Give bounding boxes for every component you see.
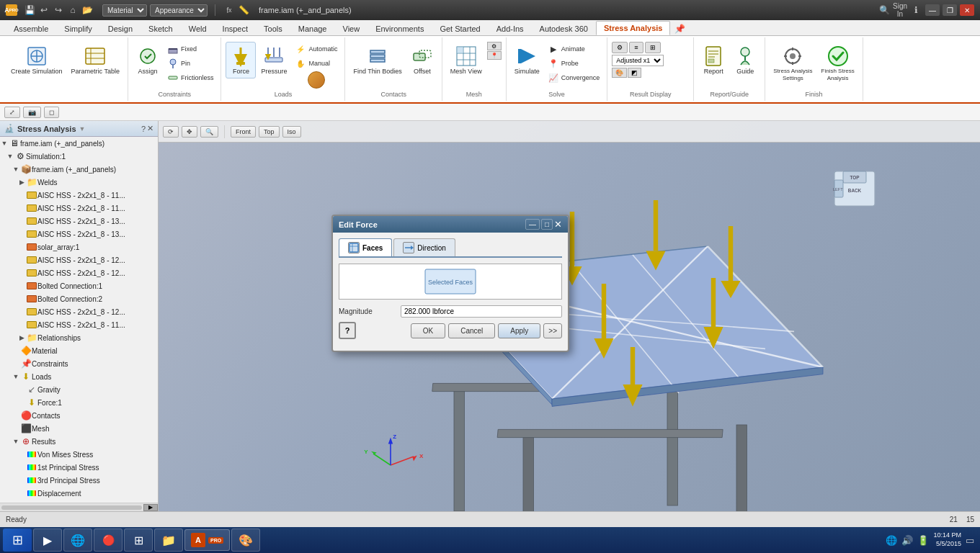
tab-get-started[interactable]: Get Started — [432, 22, 488, 35]
open-quick-btn[interactable]: 📂 — [81, 4, 94, 17]
tree-item-gravity[interactable]: ↙ Gravity — [0, 383, 158, 396]
tree-item-root[interactable]: ▼ 🖥 frame.iam (+_and_panels) — [0, 137, 158, 150]
network-icon[interactable]: 🌐 — [886, 535, 897, 546]
view-front-btn[interactable]: Front — [231, 126, 256, 138]
apply-button[interactable]: Apply — [498, 323, 540, 338]
find-thin-bodies-btn[interactable]: Find Thin Bodies — [349, 42, 405, 78]
tree-item-relationships[interactable]: ▶ 📁 Relationships — [0, 331, 158, 344]
taskbar-inventor-app[interactable]: A PRO — [184, 529, 230, 551]
dialog-minimize-btn[interactable]: — — [525, 219, 540, 230]
tab-inspect[interactable]: Inspect — [215, 22, 256, 35]
tree-item-welds[interactable]: ▶ 📁 Welds — [0, 176, 158, 189]
tree-item-principal1[interactable]: 1st Principal Stress — [0, 461, 158, 474]
dialog-close-btn[interactable]: ✕ — [554, 219, 562, 230]
mesh-view-btn[interactable]: Mesh View — [447, 42, 486, 78]
guide-btn[interactable]: Guide — [730, 42, 760, 78]
fixed-btn[interactable]: Fixed — [164, 42, 217, 56]
dialog-maximize-btn[interactable]: □ — [541, 219, 553, 230]
tree-item-frame-top[interactable]: ▼ 📦 frame.iam (+_and_panels) — [0, 163, 158, 176]
tab-weld[interactable]: Weld — [181, 22, 215, 35]
tree-item-force1[interactable]: ⬇ Force:1 — [0, 396, 158, 409]
finish-stress-btn[interactable]: Finish Stress Analysis — [818, 42, 858, 84]
sidebar-help-btn[interactable]: ? — [141, 124, 146, 133]
manual-btn[interactable]: ✋ Manual — [292, 56, 340, 71]
battery-icon[interactable]: 🔋 — [917, 535, 929, 546]
tree-item-hss6[interactable]: AISC HSS - 2x2x1_8 - 12... — [0, 266, 158, 279]
tree-item-hss5[interactable]: AISC HSS - 2x2x1_8 - 12... — [0, 253, 158, 266]
dialog-tab-faces[interactable]: Faces — [339, 238, 392, 256]
display-grid-btn[interactable]: ⊞ — [645, 42, 661, 53]
tree-item-hss1[interactable]: AISC HSS - 2x2x1_8 - 11... — [0, 189, 158, 202]
dialog-tab-direction[interactable]: Direction — [393, 238, 455, 256]
close-btn[interactable]: ✕ — [960, 4, 974, 16]
pressure-btn[interactable]: Pressure — [257, 42, 290, 78]
appearance-dropdown[interactable]: Appearance — [150, 4, 208, 17]
zoom-all-btn[interactable]: ⤢ — [4, 107, 20, 118]
dialog-help-btn[interactable]: ? — [339, 322, 356, 339]
tree-item-solar[interactable]: solar_array:1 — [0, 240, 158, 253]
sidebar-close-btn[interactable]: ✕ — [147, 124, 153, 133]
tab-assemble[interactable]: Assemble — [6, 22, 56, 35]
probe-btn[interactable]: 📍 Probe — [545, 56, 603, 71]
stress-settings-btn[interactable]: Stress Analysis Settings — [770, 42, 816, 84]
tab-simplify[interactable]: Simplify — [56, 22, 100, 35]
mesh-local-btn[interactable]: 📍 — [487, 51, 502, 60]
show-desktop-btn[interactable]: ▭ — [966, 535, 974, 546]
pin-btn[interactable]: Pin — [164, 56, 217, 71]
info-btn[interactable]: ℹ — [909, 4, 922, 17]
view-top-btn[interactable]: Top — [259, 126, 280, 138]
taskbar-explorer-btn[interactable]: 📁 — [154, 529, 183, 552]
start-button[interactable]: ⊞ — [3, 529, 32, 552]
tab-sketch[interactable]: Sketch — [141, 22, 181, 35]
clock[interactable]: 10:14 PM 5/5/2015 — [933, 531, 961, 548]
ok-button[interactable]: OK — [411, 323, 445, 338]
tree-item-hss4[interactable]: AISC HSS - 2x2x1_8 - 13... — [0, 228, 158, 240]
convergence-btn[interactable]: 📈 Convergence — [545, 71, 603, 85]
taskbar-windows-btn[interactable]: ⊞ — [124, 529, 153, 552]
save-quick-btn[interactable]: 💾 — [23, 4, 36, 17]
scale-dropdown[interactable]: Adjusted x1 — [612, 55, 664, 66]
view-iso-btn[interactable]: Iso — [282, 126, 301, 138]
sidebar-hscroll[interactable]: ▶ — [0, 503, 158, 511]
redo-quick-btn[interactable]: ↪ — [52, 4, 65, 17]
tree-item-hss8[interactable]: AISC HSS - 2x2x1_8 - 11... — [0, 318, 158, 331]
simulate-btn[interactable]: Simulate — [511, 42, 543, 78]
magnitude-input[interactable] — [401, 305, 562, 318]
tree-item-loads[interactable]: ▼ ⬇ Loads — [0, 370, 158, 383]
tree-item-hss2[interactable]: AISC HSS - 2x2x1_8 - 11... — [0, 202, 158, 215]
tree-item-hss3[interactable]: AISC HSS - 2x2x1_8 - 13... — [0, 215, 158, 228]
animate-btn[interactable]: ▶ Animate — [545, 42, 603, 56]
pan-btn[interactable]: ✥ — [182, 126, 197, 138]
automatic-btn[interactable]: ⚡ Automatic — [292, 42, 340, 56]
cancel-button[interactable]: Cancel — [448, 323, 495, 338]
tab-stress-analysis[interactable]: Stress Analysis — [596, 21, 671, 35]
force-btn[interactable]: Force — [226, 42, 256, 78]
material-dropdown[interactable]: Material — [102, 4, 147, 17]
offset-btn[interactable]: Offset — [407, 42, 437, 78]
display-style-btn[interactable]: ◻ — [44, 107, 59, 118]
sidebar-scroll-right[interactable]: ▶ — [143, 504, 158, 511]
restore-btn[interactable]: ❐ — [943, 4, 957, 16]
signin-btn[interactable]: Sign In — [894, 4, 906, 17]
taskbar-media-btn[interactable]: ▶ — [33, 529, 62, 552]
tab-environments[interactable]: Environments — [368, 22, 432, 35]
search-btn[interactable]: 🔍 — [878, 4, 891, 17]
undo-quick-btn[interactable]: ↩ — [37, 4, 50, 17]
taskbar-browser-btn[interactable]: 🌐 — [63, 529, 92, 552]
tree-item-constraints[interactable]: 📌 Constraints — [0, 357, 158, 370]
tree-item-material[interactable]: 🔶 Material — [0, 344, 158, 357]
taskbar-chrome-btn[interactable]: 🔴 — [94, 529, 122, 552]
tab-add-ins[interactable]: Add-Ins — [489, 22, 532, 35]
parametric-table-btn[interactable]: Parametric Table — [68, 42, 123, 78]
tree-item-mesh[interactable]: ⬛ Mesh — [0, 422, 158, 435]
orbit-btn[interactable]: ⟳ — [163, 126, 179, 138]
report-btn[interactable]: Report — [698, 42, 729, 78]
mesh-settings-btn[interactable]: ⚙ — [487, 42, 502, 50]
frictionless-btn[interactable]: Frictionless — [164, 71, 217, 85]
tab-view[interactable]: View — [335, 22, 368, 35]
tree-item-principal3[interactable]: 3rd Principal Stress — [0, 474, 158, 487]
minimize-btn[interactable]: — — [925, 4, 940, 16]
display-options-btn[interactable]: ⚙ — [612, 42, 628, 53]
fx-btn[interactable]: fx — [223, 4, 236, 17]
assign-btn[interactable]: Assign — [133, 42, 163, 78]
